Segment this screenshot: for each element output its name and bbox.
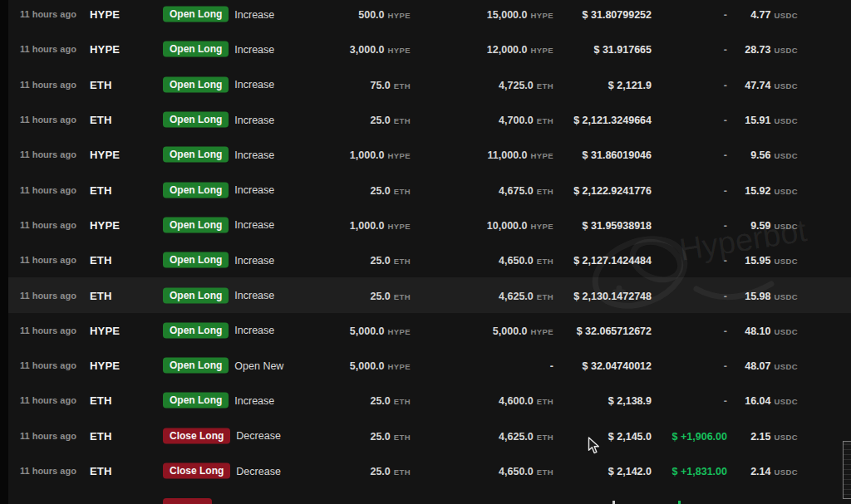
trade-row[interactable]: 11 hours ago HYPE Open Long Increase 500… (8, 0, 851, 32)
direction-badge: Close Long (163, 428, 230, 443)
size-unit: HYPE (388, 222, 411, 231)
trade-time: 11 hours ago (20, 220, 76, 230)
trade-row[interactable]: 11 hours ago ETH Open Long Increase 25.0… (8, 102, 851, 137)
trade-row[interactable]: 11 hours ago ETH Open Long Increase 25.0… (8, 172, 851, 207)
price-cell: $ 2,142.0 (608, 463, 652, 478)
size-unit: HYPE (388, 46, 411, 55)
price-cell: $ 32.065712672 (577, 323, 652, 338)
pnl-cell: - (724, 323, 727, 338)
total-size-unit: HYPE (531, 46, 553, 55)
trade-history-screen: { "watermark": { "text": "Hyperbot" }, "… (0, 0, 851, 504)
trade-row[interactable]: 11 hours ago HYPE Open Long Increase 5,0… (8, 313, 851, 348)
total-size-unit: HYPE (531, 327, 553, 336)
pnl-value: - (724, 80, 727, 91)
size-cell: 25.0ETH (370, 288, 411, 303)
trade-row[interactable]: 11 hours ago ETH Open Long Increase 25.0… (8, 277, 851, 312)
price-value: $ 2,130.1472748 (573, 291, 652, 302)
size-value: 75.0 (370, 80, 390, 91)
price-value: $ 2,121.3249664 (573, 115, 652, 126)
price-value: $ 2,145.0 (608, 431, 652, 443)
direction-cell: Open Long Increase (163, 287, 274, 303)
price-value: $ 2,121.9 (608, 80, 652, 91)
action-label: Increase (234, 254, 274, 266)
action-label: Increase (234, 219, 274, 231)
direction-badge: Open Long (163, 322, 229, 338)
price-value: $ 32.04740012 (583, 360, 652, 372)
fee-value: 15.91 (745, 115, 770, 126)
total-size-cell: 4,675.0ETH (499, 183, 553, 198)
size-cell: 3,000.0HYPE (350, 42, 411, 56)
size-unit: ETH (394, 433, 411, 442)
fee-value: 48.10 (745, 325, 770, 337)
fee-cell: 15.91USDC (745, 112, 798, 127)
trade-row[interactable]: 11 hours ago ETH Close Long Decrease 25.… (8, 418, 851, 453)
trade-time: 11 hours ago (20, 431, 76, 441)
fee-cell: 15.95USDC (745, 252, 798, 267)
trade-row[interactable]: 11 hours ago HYPE Open Long Increase 1,0… (8, 208, 851, 242)
pnl-cell: $ +1,906.00 (672, 428, 727, 443)
total-size-value: 4,650.0 (499, 466, 534, 477)
total-size-cell: 4,625.0ETH (499, 428, 553, 443)
trade-row[interactable]: 11 hours ago HYPE Open Long Open New 5,0… (8, 348, 851, 383)
fee-cell: 9.56USDC (750, 147, 798, 162)
pnl-cell: - (724, 7, 727, 22)
direction-cell: Open Long Open New (163, 358, 283, 374)
action-label: Increase (234, 325, 274, 336)
direction-badge: Open Long (163, 42, 229, 57)
fee-value: 15.95 (745, 255, 770, 267)
total-size-unit: ETH (537, 116, 553, 125)
fee-cell: 9.59USDC (750, 218, 798, 232)
trade-row[interactable]: 11 hours ago ETH Open Long Increase 25.0… (8, 242, 851, 277)
direction-cell: Open Long Increase (163, 393, 274, 409)
pnl-value: - (724, 291, 727, 302)
size-unit: HYPE (388, 11, 411, 20)
price-value: $ 31.86019046 (583, 149, 652, 161)
trade-row[interactable]: 11 hours ago HYPE Open Long Increase 3,0… (8, 32, 851, 66)
fee-unit: USDC (774, 362, 798, 371)
total-size-value: 15,000.0 (487, 9, 528, 21)
fee-cell: 28.73USDC (745, 42, 798, 56)
fee-cell: 47.74USDC (745, 77, 798, 92)
direction-cell: Open Long Increase (163, 112, 274, 128)
coin-label: HYPE (90, 8, 120, 21)
direction-cell: Close Long Decrease (163, 428, 281, 443)
size-value: 25.0 (370, 115, 390, 126)
pnl-value: - (724, 115, 727, 126)
price-cell: $ 2,127.1424484 (573, 252, 652, 267)
trade-row-partial[interactable] (8, 488, 851, 504)
trade-row[interactable]: 11 hours ago ETH Close Long Decrease 25.… (8, 453, 851, 488)
trade-row[interactable]: 11 hours ago HYPE Open Long Increase 1,0… (8, 137, 851, 172)
size-value: 25.0 (370, 431, 390, 443)
direction-cell: Open Long Increase (163, 252, 274, 268)
action-label: Increase (234, 149, 274, 160)
trade-time: 11 hours ago (20, 395, 76, 405)
right-edge-widget[interactable] (843, 441, 851, 499)
total-size-cell: 12,000.0HYPE (487, 42, 553, 56)
total-size-unit: ETH (537, 433, 553, 442)
size-unit: HYPE (388, 151, 411, 160)
price-value: $ 2,142.0 (608, 466, 652, 477)
trade-row[interactable]: 11 hours ago ETH Open Long Increase 25.0… (8, 383, 851, 418)
size-cell: 75.0ETH (370, 77, 411, 92)
fee-cell: 16.04USDC (745, 393, 798, 408)
size-unit: ETH (394, 187, 411, 196)
size-cell: 5,000.0HYPE (350, 358, 411, 373)
coin-label: ETH (90, 78, 112, 91)
action-label: Increase (234, 290, 274, 301)
pnl-cell: $ +1,831.00 (672, 463, 727, 478)
total-size-value: 4,600.0 (499, 395, 534, 407)
total-size-cell: 4,600.0ETH (499, 393, 553, 408)
action-label: Increase (234, 43, 274, 55)
action-label: Open New (234, 360, 283, 371)
size-value: 5,000.0 (350, 325, 385, 337)
pnl-cell: - (724, 218, 727, 232)
size-cell: 500.0HYPE (358, 7, 411, 22)
total-size-unit: ETH (537, 81, 553, 91)
pnl-cell: - (724, 252, 727, 267)
trade-time: 11 hours ago (20, 325, 76, 335)
total-size-cell: 15,000.0HYPE (487, 7, 553, 22)
fee-value: 2.14 (750, 466, 770, 477)
coin-label: ETH (90, 394, 112, 407)
trade-row[interactable]: 11 hours ago ETH Open Long Increase 75.0… (8, 67, 851, 102)
size-cell: 25.0ETH (370, 252, 411, 267)
